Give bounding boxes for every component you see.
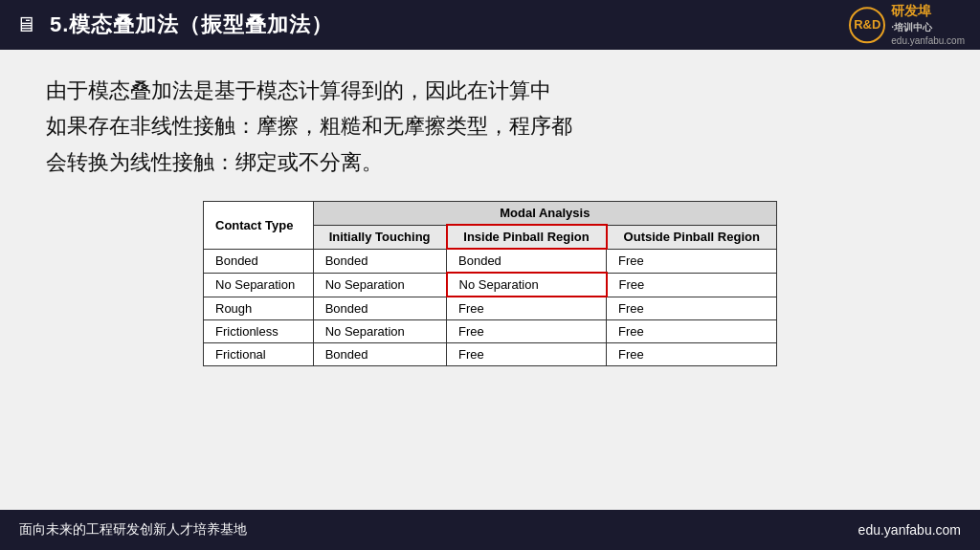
modal-analysis-header: Modal Analysis — [313, 202, 776, 226]
cell-r0-c0: Bonded — [204, 249, 314, 273]
logo-circle: R&D — [849, 7, 885, 43]
footer: 面向未来的工程研发创新人才培养基地 edu.yanfabu.com — [0, 510, 980, 550]
table-row: FrictionlessNo SeparationFreeFree — [204, 320, 777, 343]
table-row: No SeparationNo SeparationNo SeparationF… — [204, 273, 777, 297]
logo-rd: R&D — [854, 18, 880, 33]
modal-analysis-table: Contact Type Modal Analysis Initially To… — [203, 201, 777, 366]
monitor-icon: 🖥 — [15, 12, 36, 37]
table-row: RoughBondedFreeFree — [204, 297, 777, 320]
table-row: FrictionalBondedFreeFree — [204, 343, 777, 366]
table-row: BondedBondedBondedFree — [204, 249, 777, 273]
cell-r2-c3: Free — [607, 297, 777, 320]
logo-brand: 研发埠 — [891, 2, 965, 21]
page-title: 5.模态叠加法（振型叠加法） — [50, 11, 333, 39]
main-content: R&D edu.yan 由于模态叠加法是基于模态计算得到的，因此在计算中如果存在… — [0, 50, 980, 510]
col-header-outside-pinball: Outside Pinball Region — [607, 225, 777, 249]
cell-r0-c2: Bonded — [447, 249, 607, 273]
logo-sub: ·培训中心 — [891, 21, 965, 34]
header: 🖥 5.模态叠加法（振型叠加法） R&D 研发埠 ·培训中心 edu.yanfa… — [0, 0, 980, 50]
cell-r4-c2: Free — [447, 343, 607, 366]
logo-url: edu.yanfabu.com — [891, 34, 965, 48]
cell-r3-c2: Free — [447, 320, 607, 343]
table-container: Contact Type Modal Analysis Initially To… — [46, 201, 934, 366]
cell-r4-c0: Frictional — [204, 343, 314, 366]
cell-r3-c0: Frictionless — [204, 320, 314, 343]
cell-r2-c1: Bonded — [313, 297, 446, 320]
cell-r3-c3: Free — [607, 320, 777, 343]
cell-r3-c1: No Separation — [313, 320, 446, 343]
logo-text: 研发埠 ·培训中心 edu.yanfabu.com — [891, 2, 965, 48]
table-body: BondedBondedBondedFreeNo SeparationNo Se… — [204, 249, 777, 366]
cell-r1-c0: No Separation — [204, 273, 314, 297]
col-header-inside-pinball: Inside Pinball Region — [447, 225, 607, 249]
cell-r1-c2: No Separation — [447, 273, 607, 297]
cell-r0-c3: Free — [607, 249, 777, 273]
col-header-initially-touching: Initially Touching — [313, 225, 446, 249]
cell-r4-c3: Free — [607, 343, 777, 366]
col-header-contact-type: Contact Type — [204, 202, 314, 250]
cell-r0-c1: Bonded — [313, 249, 446, 273]
cell-r1-c1: No Separation — [313, 273, 446, 297]
footer-left-text: 面向未来的工程研发创新人才培养基地 — [19, 521, 247, 539]
cell-r2-c0: Rough — [204, 297, 314, 320]
logo-area: R&D 研发埠 ·培训中心 edu.yanfabu.com — [849, 2, 965, 48]
cell-r4-c1: Bonded — [313, 343, 446, 366]
footer-right-text: edu.yanfabu.com — [858, 522, 961, 538]
paragraph: 由于模态叠加法是基于模态计算得到的，因此在计算中如果存在非线性接触：摩擦，粗糙和… — [46, 73, 934, 180]
cell-r1-c3: Free — [607, 273, 777, 297]
cell-r2-c2: Free — [447, 297, 607, 320]
